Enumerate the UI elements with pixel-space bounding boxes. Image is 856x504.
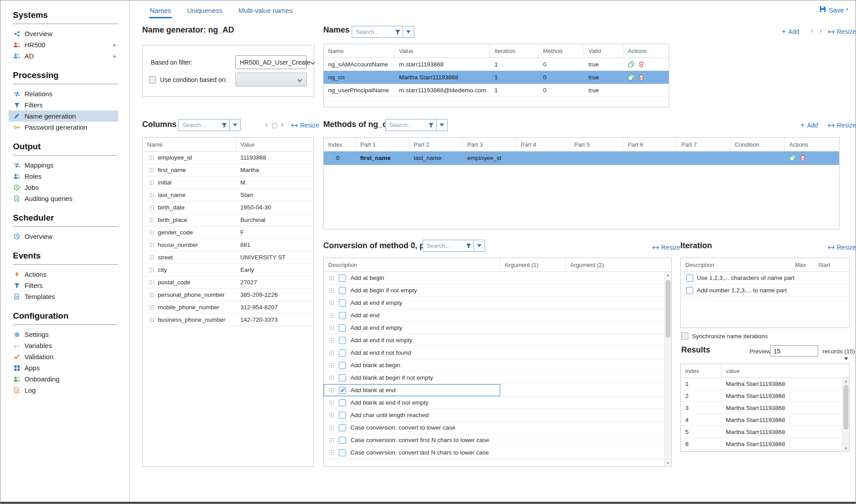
dropdown-arrow-icon[interactable] [844, 357, 848, 360]
search-dropdown-button[interactable] [436, 119, 447, 131]
conversion-checkbox[interactable] [339, 437, 346, 444]
sidebar-item-overview[interactable]: Overview [8, 231, 118, 242]
scroll-up-icon[interactable]: ▲ [843, 378, 849, 384]
description-cell[interactable]: Add blank at end [324, 384, 500, 396]
conversion-row[interactable]: Add blank at begin [324, 359, 671, 372]
search-dropdown-button[interactable] [473, 240, 485, 251]
conversion-checkbox[interactable] [339, 312, 346, 319]
conversion-checkbox[interactable] [339, 287, 346, 294]
drag-handle-icon[interactable] [329, 300, 334, 306]
conversion-row[interactable]: Add at begin [324, 272, 671, 284]
argument-1-cell[interactable] [500, 384, 566, 396]
drag-handle-icon[interactable] [149, 155, 154, 160]
iteration-checkbox[interactable] [686, 287, 693, 294]
sidebar-item-filters[interactable]: Filters [8, 99, 118, 111]
argument-2-cell[interactable] [566, 334, 634, 346]
next-page-icon[interactable]: › [819, 27, 823, 34]
result-row[interactable]: 3Martha Starr11193868 [681, 402, 849, 414]
iteration-row[interactable]: Use 1,2,3,... characters of name part [681, 272, 849, 284]
sidebar-item-mappings[interactable]: Mappings [8, 160, 118, 171]
conversion-row[interactable]: Add blank at end [324, 384, 671, 397]
save-button[interactable]: Save * [819, 6, 848, 14]
argument-1-cell[interactable] [500, 422, 566, 434]
drag-handle-icon[interactable] [149, 205, 154, 210]
argument-1-cell[interactable] [500, 322, 566, 334]
conversion-row[interactable]: Case conversion: convert last N chars to… [324, 447, 671, 459]
argument-1-cell[interactable] [500, 272, 566, 284]
drag-handle-icon[interactable] [149, 193, 154, 198]
iteration-resize-button[interactable]: Resize [828, 244, 856, 251]
argument-2-cell[interactable] [566, 384, 634, 396]
argument-1-cell[interactable] [500, 397, 566, 409]
chevron-right-icon[interactable]: ▸ [113, 53, 118, 59]
drag-handle-icon[interactable] [327, 156, 333, 161]
tab-uniqueness[interactable]: Uniqueness [186, 4, 223, 18]
drag-handle-icon[interactable] [329, 413, 334, 418]
vertical-scrollbar[interactable]: ▲▼ [842, 378, 849, 451]
description-cell[interactable]: Add at end if empty [324, 322, 500, 334]
column-row[interactable]: gender_codeF [143, 226, 313, 239]
column-row[interactable]: initialM. [143, 176, 313, 189]
description-cell[interactable]: Add blank at begin [324, 359, 500, 371]
names-table-row[interactable]: ng_userPrincipalNamem.starr11193868@t4ed… [324, 84, 669, 97]
drag-handle-icon[interactable] [149, 267, 154, 273]
column-row[interactable]: mobile_phone_number312-954-8207 [143, 301, 313, 314]
scrollbar-thumb[interactable] [666, 280, 671, 338]
conversion-row[interactable]: Add char until length reached [324, 409, 671, 422]
sidebar-item-validation[interactable]: Validation [8, 351, 118, 362]
conversion-checkbox[interactable] [339, 424, 346, 431]
drag-handle-icon[interactable] [329, 375, 334, 381]
search-dropdown-button[interactable] [229, 119, 240, 131]
argument-2-cell[interactable] [566, 347, 634, 359]
sidebar-item-auditing-queries[interactable]: Auditing queries [8, 193, 118, 204]
argument-2-cell[interactable] [566, 309, 634, 321]
search-dropdown-button[interactable] [403, 26, 414, 37]
sidebar-item-actions[interactable]: Actions [8, 269, 118, 280]
vertical-scrollbar[interactable]: ▲▼ [664, 272, 671, 466]
tab-multi-value-names[interactable]: Multi-value names [238, 4, 294, 18]
result-row[interactable]: 2Martha Starr11193868 [681, 390, 849, 402]
drag-handle-icon[interactable] [329, 425, 334, 430]
scrollbar-thumb[interactable] [844, 385, 848, 430]
conversion-row[interactable]: Add at end [324, 309, 671, 322]
drag-handle-icon[interactable] [149, 292, 154, 298]
drag-handle-icon[interactable] [329, 325, 334, 331]
sidebar-item-onboarding[interactable]: Onboarding [8, 373, 118, 385]
description-cell[interactable]: Add at end if empty [324, 297, 500, 309]
argument-2-cell[interactable] [566, 409, 634, 421]
preview-count-input[interactable] [770, 345, 818, 356]
column-row[interactable]: first_nameMartha [143, 164, 313, 176]
sidebar-item-apps[interactable]: Apps [8, 362, 118, 373]
sidebar-item-jobs[interactable]: Jobs [8, 182, 118, 193]
column-row[interactable]: employee_id11193868 [143, 152, 313, 164]
description-cell[interactable]: Add at end if not empty [324, 334, 500, 346]
description-cell[interactable]: Case conversion: convert to lower case [324, 422, 500, 434]
sidebar-item-password-generation[interactable]: Password generation [8, 122, 118, 133]
sidebar-item-filters[interactable]: Filters [8, 280, 118, 291]
drag-handle-icon[interactable] [329, 450, 334, 455]
drag-handle-icon[interactable] [329, 400, 334, 406]
description-cell[interactable]: Case conversion: convert last N chars to… [324, 447, 500, 459]
conversion-row[interactable]: Case conversion: convert first N chars t… [324, 434, 671, 447]
conversion-row[interactable]: Case conversion: convert to lower case [324, 422, 671, 434]
conversion-checkbox[interactable] [339, 387, 346, 394]
conversion-row[interactable]: Add at end if empty [324, 322, 671, 334]
conversion-checkbox[interactable] [339, 374, 346, 381]
description-cell[interactable]: Add at end if not found [324, 347, 500, 359]
argument-1-cell[interactable] [500, 409, 566, 421]
synchronize-checkbox[interactable] [681, 332, 688, 340]
sidebar-item-templates[interactable]: Templates [8, 291, 118, 302]
methods-resize-button[interactable]: Resize [828, 122, 856, 129]
collapse-icon[interactable] [272, 123, 277, 128]
argument-2-cell[interactable] [566, 322, 634, 334]
column-row[interactable]: birth_placeBurchinal [143, 214, 313, 226]
iteration-row[interactable]: Add number 1,2,3,... to name part [681, 284, 849, 297]
conversion-checkbox[interactable] [339, 449, 346, 456]
scroll-down-icon[interactable]: ▼ [665, 460, 671, 466]
drag-handle-icon[interactable] [329, 388, 334, 393]
conversion-row[interactable]: Add at begin if not empty [324, 284, 671, 297]
argument-1-cell[interactable] [500, 359, 566, 371]
columns-search-input[interactable] [179, 122, 219, 128]
column-row[interactable]: last_nameStarr [143, 189, 313, 201]
column-row[interactable]: streetUNIVERSITY ST [143, 251, 313, 264]
